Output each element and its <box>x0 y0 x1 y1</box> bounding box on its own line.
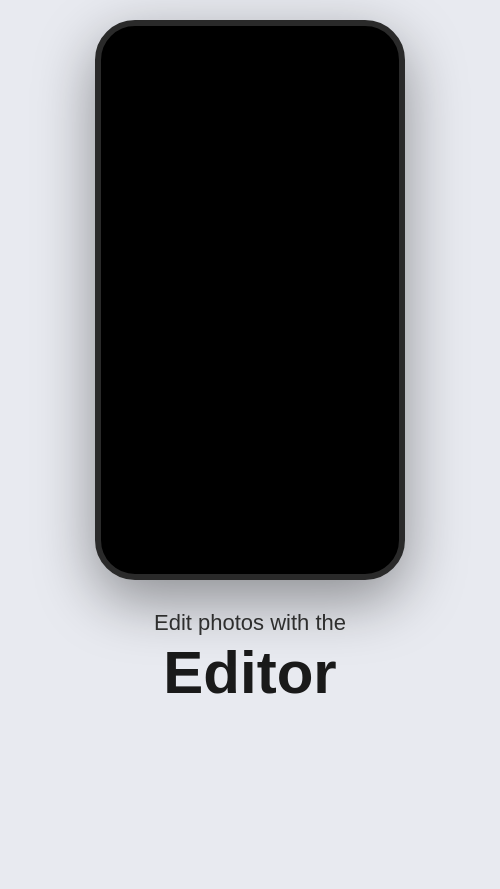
svg-point-22 <box>299 475 303 479</box>
svg-rect-6 <box>207 413 225 431</box>
svg-point-20 <box>246 482 249 485</box>
saturation-icon <box>270 408 298 436</box>
toolbar-row-1: Crop Rotate Straighten <box>115 344 385 398</box>
adjust-nav-icon <box>240 469 260 489</box>
saturation-label: Saturation <box>263 440 304 450</box>
filter-nav-icon <box>186 469 206 489</box>
svg-point-21 <box>297 472 312 487</box>
svg-point-13 <box>346 418 356 426</box>
tool-exposure[interactable]: Exposure <box>186 402 246 456</box>
crop-label: Crop <box>139 382 159 392</box>
phone-screen: Crop Rotate Straighten <box>101 26 399 574</box>
crop-nav-icon <box>132 469 152 489</box>
small-boat-1 <box>351 131 359 137</box>
title: Editor <box>40 640 460 706</box>
boat-hull <box>220 183 242 191</box>
svg-rect-2 <box>341 356 349 372</box>
exposure-icon <box>202 408 230 436</box>
phone-wrapper: Crop Rotate Straighten <box>0 0 500 580</box>
adjust-nav-item[interactable] <box>232 465 268 493</box>
svg-point-19 <box>251 477 254 480</box>
bottom-nav <box>115 460 385 495</box>
crop-nav-item[interactable] <box>124 465 160 493</box>
grid-nav-item[interactable] <box>340 465 376 493</box>
text-section: Edit photos with the Editor <box>0 580 500 726</box>
svg-point-18 <box>246 472 249 475</box>
tool-vignette[interactable]: Vignette <box>321 402 381 456</box>
water-reflection <box>201 196 261 276</box>
contrast-icon <box>135 408 163 436</box>
vignette-label: Vignette <box>335 440 368 450</box>
contrast-label: Contrast <box>132 440 166 450</box>
svg-point-24 <box>302 479 306 483</box>
vignette-icon <box>337 408 365 436</box>
filter-nav-item[interactable] <box>178 465 214 493</box>
svg-rect-28 <box>360 481 366 487</box>
svg-rect-25 <box>351 472 357 478</box>
tool-rotate[interactable]: Rotate <box>186 344 246 398</box>
rotate-icon <box>202 350 230 378</box>
tool-crop[interactable]: Crop <box>119 344 179 398</box>
svg-rect-12 <box>341 414 361 430</box>
svg-rect-27 <box>351 481 357 487</box>
phone-frame: Crop Rotate Straighten <box>95 20 405 580</box>
straighten-label: Straighten <box>263 382 304 392</box>
toolbar-panel: Crop Rotate Straighten <box>109 336 391 503</box>
svg-point-23 <box>304 475 308 479</box>
photo-area <box>101 26 399 336</box>
crop-icon <box>135 350 163 378</box>
tool-straighten[interactable]: Straighten <box>254 344 314 398</box>
tool-mirror[interactable]: Mirror <box>321 344 381 398</box>
subtitle: Edit photos with the <box>40 610 460 636</box>
svg-rect-26 <box>360 472 366 478</box>
small-boat-2 <box>323 141 329 146</box>
color-nav-item[interactable] <box>286 465 322 493</box>
mirror-label: Mirror <box>340 382 364 392</box>
color-nav-icon <box>294 469 314 489</box>
toolbar-row-2: Contrast Exposure Saturation <box>115 402 385 456</box>
boat-sail <box>222 151 238 181</box>
grid-nav-icon <box>348 469 368 489</box>
tool-contrast[interactable]: Contrast <box>119 402 179 456</box>
rotate-label: Rotate <box>203 382 230 392</box>
svg-rect-3 <box>353 356 361 372</box>
exposure-label: Exposure <box>197 440 235 450</box>
tool-saturation[interactable]: Saturation <box>254 402 314 456</box>
mirror-icon <box>337 350 365 378</box>
boat <box>216 146 246 196</box>
straighten-icon <box>270 350 298 378</box>
